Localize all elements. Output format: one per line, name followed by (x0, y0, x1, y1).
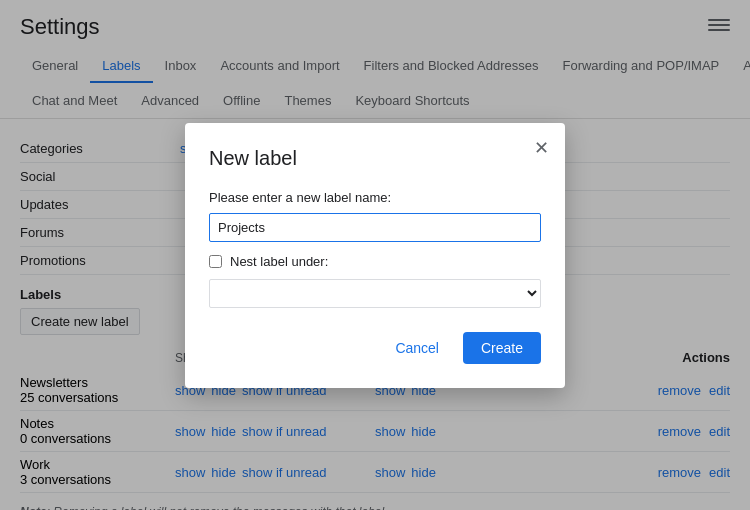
modal-overlay: New label ✕ Please enter a new label nam… (0, 0, 750, 510)
modal-close-button[interactable]: ✕ (534, 139, 549, 157)
new-label-input[interactable] (209, 213, 541, 242)
modal-title: New label (209, 147, 541, 170)
cancel-button[interactable]: Cancel (383, 332, 451, 364)
nest-label-checkbox[interactable] (209, 255, 222, 268)
nest-label-row: Nest label under: (209, 254, 541, 269)
modal-label-prompt: Please enter a new label name: (209, 190, 541, 205)
new-label-modal: New label ✕ Please enter a new label nam… (185, 123, 565, 388)
nest-label-text: Nest label under: (230, 254, 328, 269)
nest-label-select[interactable] (209, 279, 541, 308)
create-button[interactable]: Create (463, 332, 541, 364)
settings-page: Settings General Labels Inbox Accounts a… (0, 0, 750, 510)
modal-buttons: Cancel Create (209, 332, 541, 364)
